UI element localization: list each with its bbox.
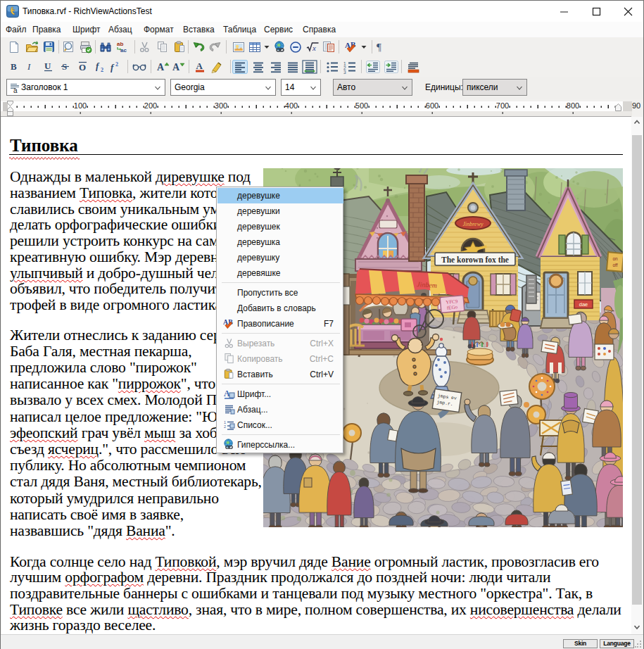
svg-text:300: 300 <box>215 101 227 110</box>
svg-text:O: O <box>79 62 86 73</box>
svg-text:400: 400 <box>285 101 298 110</box>
svg-text:700: 700 <box>496 101 509 110</box>
svg-text:A: A <box>157 62 165 73</box>
svg-text:90: 90 <box>632 101 640 110</box>
svg-text:ac: ac <box>120 47 127 53</box>
svg-text:U: U <box>44 61 51 71</box>
svg-text:x: x <box>312 44 316 52</box>
svg-text:A: A <box>172 62 180 73</box>
svg-text:B: B <box>11 61 17 72</box>
svg-text:I: I <box>27 61 31 72</box>
svg-text:f: f <box>96 61 100 71</box>
svg-text:a: a <box>13 87 18 94</box>
svg-text:800: 800 <box>567 101 579 110</box>
svg-text:3: 3 <box>343 70 346 74</box>
svg-text:2: 2 <box>224 424 226 429</box>
svg-text:100: 100 <box>74 101 87 110</box>
svg-text:600: 600 <box>426 101 438 110</box>
svg-text:2: 2 <box>101 67 103 73</box>
svg-text:¶: ¶ <box>377 42 381 53</box>
svg-text:200: 200 <box>144 101 157 110</box>
svg-text:500: 500 <box>355 101 368 110</box>
svg-text:f: f <box>111 62 115 73</box>
svg-text:2: 2 <box>115 61 118 68</box>
svg-text:ab: ab <box>117 41 123 47</box>
svg-text:A: A <box>196 61 203 71</box>
